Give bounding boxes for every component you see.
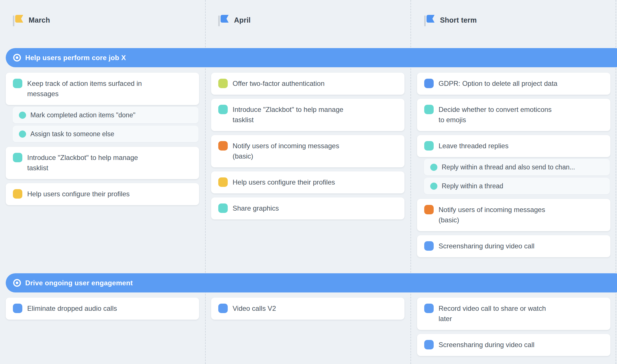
flag-pole	[424, 15, 426, 26]
feature-title: Screensharing during video call	[439, 241, 535, 251]
feature-card[interactable]: Leave threaded replies	[417, 135, 610, 157]
feature-title: Introduce "Zlackbot" to help manage task…	[233, 104, 343, 125]
lane-cell: GDPR: Option to delete all project dataD…	[417, 73, 610, 257]
feature-card[interactable]: Introduce "Zlackbot" to help manage task…	[211, 99, 404, 131]
column-header-label: Short term	[440, 16, 477, 24]
feature-status-swatch	[424, 241, 434, 251]
flag-pole	[13, 15, 14, 26]
feature-status-swatch	[424, 340, 434, 349]
feature-card[interactable]: Eliminate dropped audio calls	[6, 298, 199, 320]
feature-title: Leave threaded replies	[439, 141, 508, 151]
release-flag-icon	[427, 15, 435, 23]
feature-card[interactable]: Help users configure their profiles	[211, 171, 404, 193]
feature-status-swatch	[218, 79, 228, 88]
subfeature-title: Mark completed action items "done"	[30, 111, 135, 119]
lane-cell: Video calls V2	[211, 298, 404, 320]
flag-pole	[218, 15, 220, 26]
objective-lane-bar[interactable]: Help users perform core job X	[6, 48, 617, 67]
feature-status-swatch	[218, 304, 228, 313]
feature-status-swatch	[13, 304, 22, 313]
column-header-label: March	[29, 16, 50, 24]
feature-title: Eliminate dropped audio calls	[27, 303, 117, 314]
objective-target-icon	[13, 279, 21, 287]
feature-title: Notify users of incoming messages (basic…	[439, 205, 545, 225]
feature-status-swatch	[218, 105, 228, 114]
feature-card[interactable]: Video calls V2	[211, 298, 404, 320]
feature-status-swatch	[218, 203, 228, 213]
column-header-label: April	[234, 16, 251, 24]
feature-card[interactable]: Record video call to share or watch late…	[417, 298, 610, 330]
subfeature-row[interactable]: Reply within a thread	[424, 178, 610, 194]
subfeature-row[interactable]: Mark completed action items "done"	[13, 107, 199, 123]
feature-status-swatch	[13, 189, 22, 199]
feature-status-swatch	[13, 153, 22, 162]
column-header-march[interactable]: March	[13, 11, 50, 29]
objective-title: Help users perform core job X	[25, 54, 126, 62]
feature-title: Introduce "Zlackbot" to help manage task…	[27, 153, 138, 173]
feature-status-swatch	[218, 177, 228, 187]
column-header-april[interactable]: April	[218, 11, 251, 29]
feature-title: Share graphics	[233, 203, 279, 213]
feature-status-swatch	[218, 141, 228, 151]
lane-cell: Offer two-factor authenticationIntroduce…	[211, 73, 404, 219]
feature-status-swatch	[424, 105, 434, 114]
subfeature-title: Reply within a thread	[442, 182, 503, 190]
subfeature-title: Reply within a thread and also send to c…	[442, 163, 575, 171]
feature-status-swatch	[424, 205, 434, 214]
feature-title: Decide whether to convert emoticons to e…	[439, 104, 552, 125]
feature-title: Notify users of incoming messages (basic…	[233, 141, 339, 161]
feature-card[interactable]: Screensharing during video call	[417, 235, 610, 257]
subfeature-status-dot	[19, 130, 26, 138]
subfeature-row[interactable]: Reply within a thread and also send to c…	[424, 159, 610, 175]
lane-cell: Keep track of action items surfaced in m…	[6, 73, 199, 205]
subfeature-status-dot	[430, 183, 437, 190]
objective-lane-bar[interactable]: Drive ongoing user engagement	[6, 273, 617, 292]
feature-title: Keep track of action items surfaced in m…	[27, 78, 142, 99]
feature-card[interactable]: GDPR: Option to delete all project data	[417, 73, 610, 95]
lane-cell: Eliminate dropped audio calls	[6, 298, 199, 320]
feature-card[interactable]: Keep track of action items surfaced in m…	[6, 73, 199, 105]
feature-status-swatch	[424, 79, 434, 88]
objective-title: Drive ongoing user engagement	[25, 279, 133, 287]
feature-card[interactable]: Notify users of incoming messages (basic…	[211, 135, 404, 167]
feature-status-swatch	[424, 141, 434, 151]
feature-card[interactable]: Decide whether to convert emoticons to e…	[417, 99, 610, 131]
feature-title: Help users configure their profiles	[233, 177, 335, 187]
feature-status-swatch	[424, 304, 434, 313]
lane-cell: Record video call to share or watch late…	[417, 298, 610, 356]
feature-title: Record video call to share or watch late…	[439, 303, 546, 324]
feature-title: Help users configure their profiles	[27, 189, 130, 199]
feature-card[interactable]: Share graphics	[211, 197, 404, 219]
subfeature-status-dot	[430, 164, 437, 171]
column-header-short-term[interactable]: Short term	[424, 11, 477, 29]
feature-title: Video calls V2	[233, 303, 276, 314]
feature-card[interactable]: Screensharing during video call	[417, 334, 610, 356]
feature-card[interactable]: Introduce "Zlackbot" to help manage task…	[6, 147, 199, 179]
feature-title: Offer two-factor authentication	[233, 78, 325, 89]
subfeature-row[interactable]: Assign task to someone else	[13, 126, 199, 142]
feature-title: Screensharing during video call	[439, 340, 535, 350]
feature-card[interactable]: Notify users of incoming messages (basic…	[417, 199, 610, 231]
objective-target-icon	[13, 54, 21, 62]
release-flag-icon	[15, 15, 23, 23]
roadmap-board: March April Short term Help users perfor…	[0, 0, 617, 364]
feature-card[interactable]: Offer two-factor authentication	[211, 73, 404, 95]
feature-status-swatch	[13, 79, 22, 88]
feature-card[interactable]: Help users configure their profiles	[6, 183, 199, 205]
feature-title: GDPR: Option to delete all project data	[439, 78, 557, 89]
subfeature-title: Assign task to someone else	[30, 130, 114, 138]
release-flag-icon	[221, 15, 229, 23]
subfeature-status-dot	[19, 112, 26, 119]
